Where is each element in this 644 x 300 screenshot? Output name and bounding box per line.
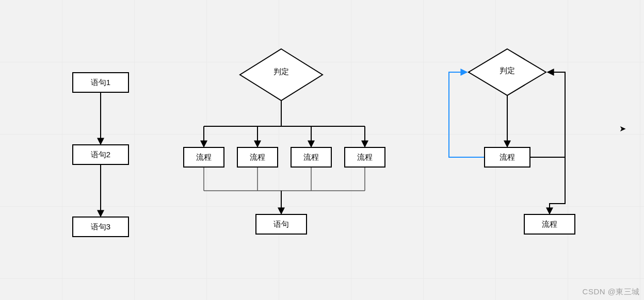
center-final-statement: 语句 <box>255 214 307 235</box>
center-process-1-label: 流程 <box>196 153 212 162</box>
statement-1-box: 语句1 <box>72 72 129 93</box>
center-decision-label: 判定 <box>261 67 302 77</box>
statement-1-label: 语句1 <box>91 78 110 88</box>
right-exit-process-label: 流程 <box>542 220 557 229</box>
statement-3-label: 语句3 <box>91 222 110 232</box>
center-process-2: 流程 <box>237 147 278 168</box>
center-process-1: 流程 <box>183 147 224 168</box>
right-loop-process-label: 流程 <box>500 153 515 162</box>
right-exit-process: 流程 <box>524 214 575 235</box>
center-process-2-label: 流程 <box>250 153 265 162</box>
right-loop-process: 流程 <box>484 147 530 168</box>
statement-2-box: 语句2 <box>72 144 129 165</box>
center-process-3-label: 流程 <box>303 153 319 162</box>
center-final-statement-label: 语句 <box>273 220 289 229</box>
center-process-3: 流程 <box>291 147 332 168</box>
center-process-4: 流程 <box>344 147 385 168</box>
watermark: CSDN @東三城 <box>583 287 640 297</box>
cursor-icon: ➤ <box>619 124 626 134</box>
right-decision-label: 判定 <box>487 66 528 76</box>
statement-3-box: 语句3 <box>72 216 129 237</box>
center-process-4-label: 流程 <box>357 153 373 162</box>
statement-2-label: 语句2 <box>91 150 110 160</box>
